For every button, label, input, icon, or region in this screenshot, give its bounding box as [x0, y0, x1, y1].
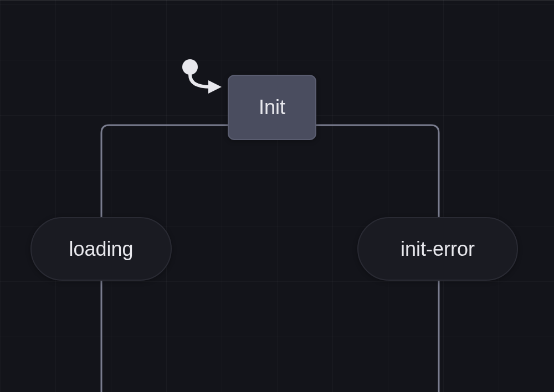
- state-label: Init: [259, 96, 285, 119]
- transition-label: loading: [69, 238, 133, 261]
- transition-label: init-error: [401, 238, 475, 261]
- diagram-canvas[interactable]: Init loading init-error: [0, 0, 554, 392]
- state-node-init[interactable]: Init: [228, 75, 316, 140]
- transition-node-loading[interactable]: loading: [30, 217, 172, 281]
- transition-node-init-error[interactable]: init-error: [357, 217, 518, 281]
- svg-point-0: [182, 59, 198, 75]
- initial-state-marker-icon: [176, 58, 232, 102]
